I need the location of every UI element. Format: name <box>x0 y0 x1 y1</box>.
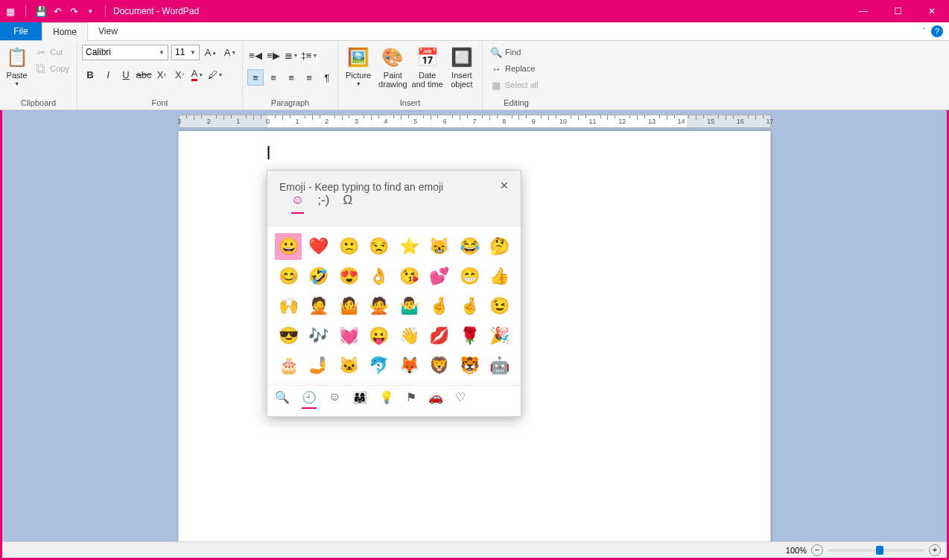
emoji-category[interactable]: 🚗 <box>428 390 443 409</box>
emoji-cell[interactable]: 😛 <box>366 322 393 349</box>
emoji-grid: 😀❤️🙁😒⭐😸😂🤔😊🤣😍👌😘💕😁👍🙌🤦🤷🙅🤷‍♂️🤞🤞😉😎🎶💓😛👋💋🌹🎉🎂🤳🐱🐬… <box>267 227 521 385</box>
align-right-button[interactable]: ≡ <box>283 69 299 86</box>
file-tab[interactable]: File <box>0 22 42 40</box>
align-left-button[interactable]: ≡ <box>247 69 264 86</box>
paste-button[interactable]: 📋 Paste ▼ <box>4 44 29 87</box>
select-all-button[interactable]: ▦Select all <box>487 77 542 93</box>
emoji-cell[interactable]: 🐱 <box>335 352 362 379</box>
emoji-category[interactable]: ⚑ <box>406 390 416 409</box>
emoji-cell[interactable]: 🤔 <box>486 233 513 260</box>
subscript-button[interactable]: X₂ <box>153 66 170 83</box>
help-icon[interactable]: ? <box>931 25 943 37</box>
emoji-cell[interactable]: 😂 <box>456 233 483 260</box>
underline-button[interactable]: U <box>118 66 134 83</box>
emoji-cell[interactable]: 🤦 <box>305 293 332 319</box>
emoji-cell[interactable]: 😒 <box>366 233 393 260</box>
emoji-cell[interactable]: ❤️ <box>305 233 332 260</box>
line-spacing-button[interactable]: ‡≡▼ <box>301 47 317 63</box>
grow-font-button[interactable]: A▲ <box>203 44 219 60</box>
emoji-cell[interactable]: 🐯 <box>456 352 483 379</box>
font-size-combo[interactable]: 11▼ <box>171 45 200 60</box>
zoom-in-button[interactable]: + <box>929 544 941 556</box>
emoji-cell[interactable]: 💋 <box>426 322 453 349</box>
emoji-cell[interactable]: 😊 <box>275 263 302 290</box>
emoji-cell[interactable]: 🐬 <box>366 352 393 379</box>
emoji-cell[interactable]: 🎶 <box>305 322 332 349</box>
emoji-cell[interactable]: 🙌 <box>275 293 302 319</box>
emoji-cell[interactable]: 😁 <box>456 263 483 290</box>
emoji-category[interactable]: 🕘 <box>302 390 317 409</box>
save-icon[interactable]: 💾 <box>35 5 47 17</box>
replace-button[interactable]: ↔Replace <box>487 60 538 77</box>
emoji-cell[interactable]: 👍 <box>486 263 513 290</box>
close-button[interactable]: ✕ <box>915 0 949 22</box>
emoji-cell[interactable]: 🤳 <box>305 352 332 379</box>
superscript-button[interactable]: X² <box>171 66 188 83</box>
shrink-font-button[interactable]: A▼ <box>222 44 238 60</box>
emoji-cell[interactable]: 😀 <box>275 233 302 260</box>
paragraph-dialog-button[interactable]: ¶ <box>319 69 335 86</box>
picture-button[interactable]: 🖼️Picture▼ <box>343 44 374 87</box>
emoji-category[interactable]: ☺ <box>328 390 340 409</box>
strikethrough-button[interactable]: abc <box>136 66 152 83</box>
emoji-cell[interactable]: 🙅 <box>366 293 393 319</box>
justify-button[interactable]: ≡ <box>301 69 317 86</box>
qat-dropdown-icon[interactable]: ▾ <box>84 5 96 17</box>
italic-button[interactable]: I <box>100 66 116 83</box>
emoji-cell[interactable]: 🤷‍♂️ <box>396 293 422 319</box>
decrease-indent-button[interactable]: ≡◀ <box>247 47 264 63</box>
emoji-cell[interactable]: 🤷 <box>335 293 362 319</box>
emoji-tab-symbols[interactable]: Ω <box>343 193 352 214</box>
emoji-cell[interactable]: 🤞 <box>456 293 483 319</box>
font-name-combo[interactable]: Calibri▼ <box>82 45 168 60</box>
increase-indent-button[interactable]: ≡▶ <box>265 47 282 63</box>
date-time-button[interactable]: 📅Date and time <box>412 44 443 89</box>
emoji-tab-kaomoji[interactable]: ;-) <box>317 193 329 214</box>
minimize-button[interactable]: — <box>846 0 880 22</box>
emoji-cell[interactable]: 🙁 <box>335 233 362 260</box>
bold-button[interactable]: B <box>82 66 98 83</box>
emoji-category[interactable]: 💡 <box>379 390 394 409</box>
emoji-cell[interactable]: 😎 <box>275 322 302 349</box>
undo-icon[interactable]: ↶ <box>51 5 63 17</box>
emoji-category[interactable]: ♡ <box>455 390 466 409</box>
emoji-cell[interactable]: 💕 <box>426 263 453 290</box>
emoji-cell[interactable]: 🦁 <box>426 352 453 379</box>
cut-button[interactable]: ✂Cut <box>32 44 72 60</box>
emoji-category[interactable]: 👨‍👩‍👧 <box>352 390 367 409</box>
text-color-button[interactable]: A▼ <box>189 66 206 83</box>
insert-object-button[interactable]: 🔲Insert object <box>446 44 477 89</box>
zoom-slider[interactable] <box>828 549 924 552</box>
emoji-cell[interactable]: 😘 <box>396 263 422 290</box>
bullets-button[interactable]: ≣▼ <box>283 47 299 63</box>
emoji-cell[interactable]: 😉 <box>486 293 513 319</box>
highlight-button[interactable]: 🖊▼ <box>207 66 223 83</box>
redo-icon[interactable]: ↷ <box>68 5 80 17</box>
emoji-cell[interactable]: 🎂 <box>275 352 302 379</box>
view-tab[interactable]: View <box>88 22 128 40</box>
copy-button[interactable]: ⿻Copy <box>32 60 72 77</box>
zoom-out-button[interactable]: − <box>811 544 823 556</box>
emoji-cell[interactable]: ⭐ <box>396 233 422 260</box>
emoji-cell[interactable]: 🤖 <box>486 352 513 379</box>
emoji-cell[interactable]: 👋 <box>396 322 422 349</box>
maximize-button[interactable]: ☐ <box>880 0 915 22</box>
emoji-cell[interactable]: 😍 <box>335 263 362 290</box>
emoji-cell[interactable]: 😸 <box>426 233 453 260</box>
find-button[interactable]: 🔍Find <box>487 44 524 60</box>
emoji-cell[interactable]: 🦊 <box>396 352 422 379</box>
emoji-category[interactable]: 🔍 <box>275 390 290 409</box>
emoji-cell[interactable]: 🤣 <box>305 263 332 290</box>
emoji-cell[interactable]: 💓 <box>335 322 362 349</box>
emoji-cell[interactable]: 🤞 <box>426 293 453 319</box>
collapse-ribbon-icon[interactable]: ˆ <box>923 28 925 36</box>
paint-drawing-button[interactable]: 🎨Paint drawing <box>377 44 408 89</box>
emoji-cell[interactable]: 🌹 <box>456 322 483 349</box>
align-center-button[interactable]: ≡ <box>265 69 282 86</box>
ruler[interactable]: 32101234567891011121314151617 <box>179 115 771 128</box>
emoji-tab-emoji[interactable]: ☺ <box>291 193 304 214</box>
emoji-cell[interactable]: 👌 <box>366 263 393 290</box>
emoji-cell[interactable]: 🎉 <box>486 322 513 349</box>
emoji-close-button[interactable]: ✕ <box>495 176 513 194</box>
home-tab[interactable]: Home <box>42 22 88 41</box>
